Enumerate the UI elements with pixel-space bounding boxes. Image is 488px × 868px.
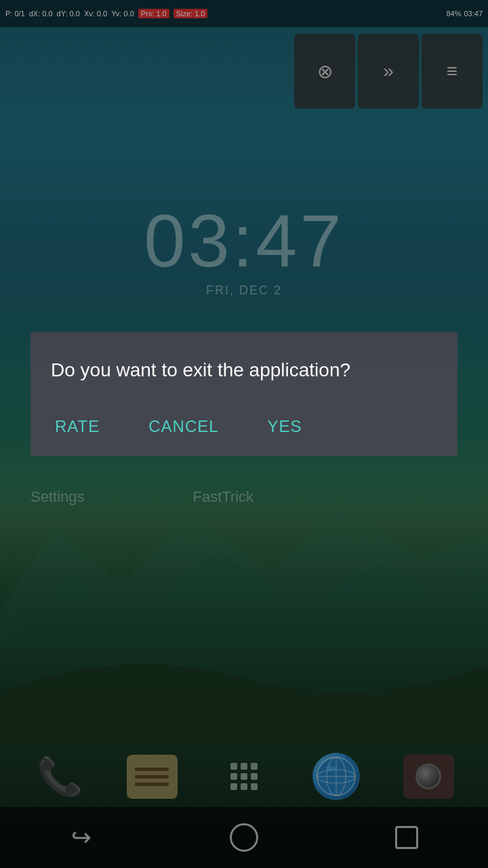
exit-dialog: Do you want to exit the application? RAT…: [30, 332, 458, 456]
yes-button[interactable]: YES: [264, 410, 306, 443]
dialog-buttons: RATE CANCEL YES: [51, 410, 437, 443]
dialog-message: Do you want to exit the application?: [51, 357, 437, 383]
cancel-button[interactable]: CANCEL: [144, 410, 222, 443]
rate-button[interactable]: RATE: [51, 410, 104, 443]
